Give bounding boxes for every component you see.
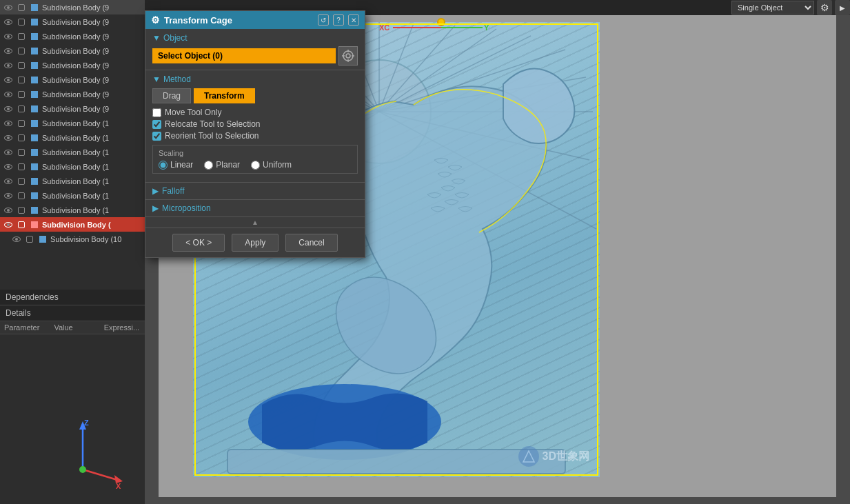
scaling-label: Scaling bbox=[159, 149, 352, 157]
dialog-buttons: < OK > Apply Cancel bbox=[145, 228, 365, 257]
ok-button[interactable]: < OK > bbox=[172, 234, 225, 252]
eye-icon bbox=[3, 205, 14, 216]
list-item[interactable]: Subdivision Body (9 bbox=[0, 43, 145, 58]
watermark: 3D世象网 bbox=[518, 446, 589, 467]
list-item[interactable]: Subdivision Body (9 bbox=[0, 101, 145, 116]
cube-icon bbox=[29, 161, 40, 172]
list-item-label: Subdivision Body (1 bbox=[42, 206, 109, 214]
svg-point-33 bbox=[346, 54, 350, 58]
x-axis-label: X bbox=[116, 482, 121, 490]
list-item[interactable]: Subdivision Body (1 bbox=[0, 116, 145, 130]
list-item[interactable]: Subdivision Body (9 bbox=[0, 29, 145, 43]
list-item[interactable]: Subdivision Body (1 bbox=[0, 159, 145, 174]
list-item-label: Subdivision Body ( bbox=[42, 221, 111, 229]
list-item-label: Subdivision Body (9 bbox=[42, 18, 109, 26]
list-item[interactable]: Subdivision Body (9 bbox=[0, 58, 145, 72]
list-item-selected[interactable]: Subdivision Body ( bbox=[0, 217, 145, 232]
list-item-label: Subdivision Body (9 bbox=[42, 3, 109, 12]
col-parameter: Parameter bbox=[0, 321, 50, 334]
list-item[interactable]: Subdivision Body (9 bbox=[0, 87, 145, 101]
cube-icon bbox=[37, 234, 48, 245]
relocate-checkbox[interactable] bbox=[152, 120, 161, 129]
lock-icon bbox=[16, 147, 27, 158]
arrow-down-icon-2: ▼ bbox=[152, 74, 161, 84]
svg-text:YC: YC bbox=[484, 23, 489, 32]
method-section: ▼ Method Drag Transform Move Tool Only R… bbox=[145, 70, 365, 182]
cube-icon bbox=[29, 103, 40, 114]
svg-rect-24 bbox=[227, 450, 565, 474]
refresh-btn[interactable]: ↺ bbox=[318, 14, 329, 26]
lock-icon bbox=[16, 118, 27, 129]
list-item[interactable]: Subdivision Body (9 bbox=[0, 72, 145, 87]
dialog-title-bar: ⚙ Transform Cage ↺ ? ✕ bbox=[145, 11, 365, 29]
arrow-down-icon: ▼ bbox=[152, 33, 161, 43]
reorient-checkbox[interactable] bbox=[152, 132, 161, 141]
cube-icon bbox=[29, 190, 40, 201]
list-item[interactable]: Subdivision Body (1 bbox=[0, 145, 145, 159]
cancel-button[interactable]: Cancel bbox=[285, 234, 337, 252]
target-select-btn[interactable] bbox=[338, 46, 358, 65]
target-icon bbox=[342, 50, 354, 62]
move-tool-checkbox[interactable] bbox=[152, 108, 161, 117]
details-header: Details bbox=[0, 305, 165, 321]
list-item-label: Subdivision Body (9 bbox=[42, 32, 109, 41]
list-item[interactable]: Subdivision Body (1 bbox=[0, 188, 145, 203]
dialog-title-buttons: ↺ ? ✕ bbox=[318, 14, 359, 26]
list-item[interactable]: Subdivision Body (1 bbox=[0, 203, 145, 217]
cube-icon bbox=[29, 147, 40, 158]
eye-icon bbox=[3, 89, 14, 100]
list-item[interactable]: Subdivision Body (1 bbox=[0, 130, 145, 145]
list-item[interactable]: Subdivision Body (10 bbox=[0, 232, 145, 246]
details-label: Details bbox=[6, 308, 31, 318]
object-section-label: ▼ Object bbox=[152, 33, 358, 43]
object-select-box[interactable]: Select Object (0) bbox=[152, 48, 336, 63]
falloff-section[interactable]: ▶ Falloff bbox=[145, 182, 365, 199]
list-item[interactable]: Subdivision Body (9 bbox=[0, 0, 145, 14]
microposition-section[interactable]: ▶ Microposition bbox=[145, 199, 365, 216]
linear-label: Linear bbox=[170, 160, 193, 170]
arrow-right-icon: ▶ bbox=[152, 186, 159, 196]
close-btn[interactable]: ✕ bbox=[348, 14, 359, 26]
lock-icon bbox=[16, 103, 27, 114]
object-label-text: Object bbox=[163, 33, 188, 43]
apply-button[interactable]: Apply bbox=[232, 234, 279, 252]
scroll-up-icon: ▲ bbox=[252, 219, 259, 226]
bottom-left-panel: Dependencies Details Parameter Value Exp… bbox=[0, 290, 165, 504]
list-item-label: Subdivision Body (9 bbox=[42, 90, 109, 99]
planar-radio[interactable] bbox=[204, 161, 213, 170]
lock-icon bbox=[16, 17, 27, 28]
object-list-panel: Subdivision Body (9 Subdivision Body (9 … bbox=[0, 0, 145, 290]
eye-icon bbox=[3, 17, 14, 28]
help-btn[interactable]: ? bbox=[333, 14, 344, 26]
cube-icon bbox=[29, 89, 40, 100]
dependencies-header: Dependencies bbox=[0, 290, 165, 305]
method-tabs: Drag Transform bbox=[152, 88, 358, 103]
single-object-dropdown[interactable]: Single Object Multiple Objects bbox=[731, 1, 814, 14]
settings-icon-btn[interactable]: ⚙ bbox=[817, 0, 832, 15]
lock-icon bbox=[16, 46, 27, 57]
lock-icon bbox=[16, 89, 27, 100]
list-item[interactable]: Subdivision Body (1 bbox=[0, 174, 145, 188]
list-item-label: Subdivision Body (1 bbox=[42, 119, 109, 128]
scroll-indicator: ▲ bbox=[145, 216, 365, 228]
cube-icon bbox=[29, 46, 40, 57]
uniform-label: Uniform bbox=[263, 160, 292, 170]
scaling-box: Scaling Linear Planar Uniform bbox=[152, 145, 358, 174]
method-section-label: ▼ Method bbox=[152, 74, 358, 84]
transform-tab[interactable]: Transform bbox=[194, 88, 255, 103]
eye-icon bbox=[3, 118, 14, 129]
arrow-btn[interactable]: ▶ bbox=[835, 0, 850, 15]
uniform-radio[interactable] bbox=[251, 161, 260, 170]
gear-icon: ⚙ bbox=[151, 14, 160, 26]
lock-icon bbox=[16, 219, 27, 230]
cube-icon bbox=[29, 2, 40, 13]
eye-icon bbox=[3, 190, 14, 201]
list-item[interactable]: Subdivision Body (9 bbox=[0, 14, 145, 29]
method-label-text: Method bbox=[163, 74, 191, 84]
lock-icon bbox=[16, 132, 27, 143]
cube-icon bbox=[29, 31, 40, 42]
list-item-label: Subdivision Body (9 bbox=[42, 76, 109, 84]
uniform-radio-item: Uniform bbox=[251, 160, 292, 170]
linear-radio[interactable] bbox=[159, 161, 168, 170]
drag-tab[interactable]: Drag bbox=[152, 88, 191, 103]
